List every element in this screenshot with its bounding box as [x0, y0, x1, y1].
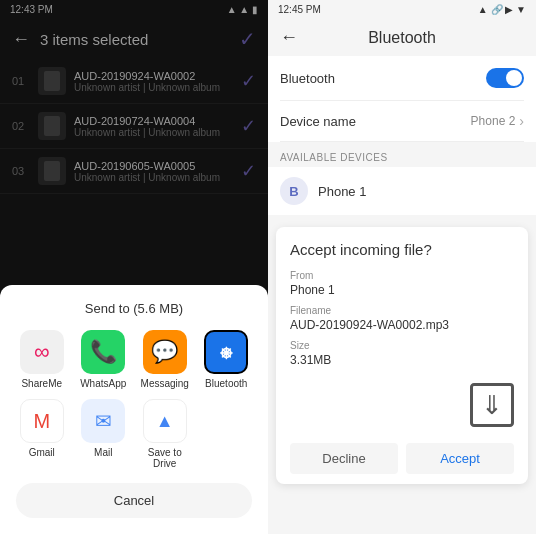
size-field: Size 3.31MB [290, 340, 514, 367]
device-initial: B [289, 184, 298, 199]
device-name-row[interactable]: Device name Phone 2 › [280, 101, 524, 142]
right-panel: 12:45 PM ▲ 🔗 ▶ ▼ ← Bluetooth Bluetooth D… [268, 0, 536, 534]
bluetooth-settings: Bluetooth Device name Phone 2 › [268, 56, 536, 142]
gmail-icon: M [20, 399, 64, 443]
from-value: Phone 1 [290, 283, 514, 297]
share-item-messaging[interactable]: 💬 Messaging [139, 330, 191, 389]
download-arrow-icon: ⇓ [470, 383, 514, 427]
device-row-phone1[interactable]: B Phone 1 [268, 167, 536, 215]
share-item-drive[interactable]: ▲ Save to Drive [139, 399, 191, 469]
device-name-phone1: Phone 1 [318, 184, 366, 199]
bluetooth-page-title: Bluetooth [308, 29, 496, 47]
share-dialog: Send to (5.6 MB) ∞ ShareMe 📞 WhatsApp 💬 [0, 285, 268, 534]
bluetooth-header: ← Bluetooth [268, 19, 536, 56]
left-panel: 12:43 PM ▲ ▲ ▮ ← 3 items selected ✓ 01 A… [0, 0, 268, 534]
bluetooth-label: Bluetooth [205, 378, 247, 389]
accept-dialog: Accept incoming file? From Phone 1 Filen… [276, 227, 528, 484]
accept-buttons: Decline Accept [290, 435, 514, 474]
share-item-mail[interactable]: ✉ Mail [78, 399, 130, 469]
share-title: Send to (5.6 MB) [16, 301, 252, 316]
messaging-label: Messaging [141, 378, 189, 389]
share-item-shareme[interactable]: ∞ ShareMe [16, 330, 68, 389]
accept-dialog-title: Accept incoming file? [290, 241, 514, 258]
drive-label: Save to Drive [139, 447, 191, 469]
status-bar-right: 12:45 PM ▲ 🔗 ▶ ▼ [268, 0, 536, 19]
from-field: From Phone 1 [290, 270, 514, 297]
device-name-label: Device name [280, 114, 471, 129]
decline-button[interactable]: Decline [290, 443, 398, 474]
arrow-down-container: ⇓ [290, 375, 514, 435]
mail-icon: ✉ [81, 399, 125, 443]
device-name-value: Phone 2 [471, 114, 516, 128]
chevron-icon: › [519, 113, 524, 129]
whatsapp-icon: 📞 [81, 330, 125, 374]
device-avatar-phone1: B [280, 177, 308, 205]
bluetooth-toggle-row[interactable]: Bluetooth [280, 56, 524, 101]
available-devices-label: AVAILABLE DEVICES [268, 142, 536, 167]
share-item-bluetooth[interactable]: ⎈ Bluetooth [201, 330, 253, 389]
filename-value: AUD-20190924-WA0002.mp3 [290, 318, 514, 332]
time-right: 12:45 PM [278, 4, 321, 15]
share-item-gmail[interactable]: M Gmail [16, 399, 68, 469]
bluetooth-toggle[interactable] [486, 68, 524, 88]
back-arrow-right[interactable]: ← [280, 27, 298, 48]
drive-icon: ▲ [143, 399, 187, 443]
shareme-icon: ∞ [20, 330, 64, 374]
shareme-label: ShareMe [21, 378, 62, 389]
bluetooth-setting-label: Bluetooth [280, 71, 486, 86]
bluetooth-icon: ⎈ [204, 330, 248, 374]
gmail-label: Gmail [29, 447, 55, 458]
whatsapp-label: WhatsApp [80, 378, 126, 389]
empty-slot [201, 399, 253, 469]
share-grid-row2: M Gmail ✉ Mail ▲ Save to Drive [16, 399, 252, 469]
status-icons-right: ▲ 🔗 ▶ ▼ [478, 4, 526, 15]
cancel-button[interactable]: Cancel [16, 483, 252, 518]
mail-label: Mail [94, 447, 112, 458]
size-label: Size [290, 340, 514, 351]
filename-label: Filename [290, 305, 514, 316]
filename-field: Filename AUD-20190924-WA0002.mp3 [290, 305, 514, 332]
share-item-whatsapp[interactable]: 📞 WhatsApp [78, 330, 130, 389]
share-grid-row1: ∞ ShareMe 📞 WhatsApp 💬 Messaging [16, 330, 252, 389]
accept-button[interactable]: Accept [406, 443, 514, 474]
messaging-icon: 💬 [143, 330, 187, 374]
size-value: 3.31MB [290, 353, 514, 367]
from-label: From [290, 270, 514, 281]
